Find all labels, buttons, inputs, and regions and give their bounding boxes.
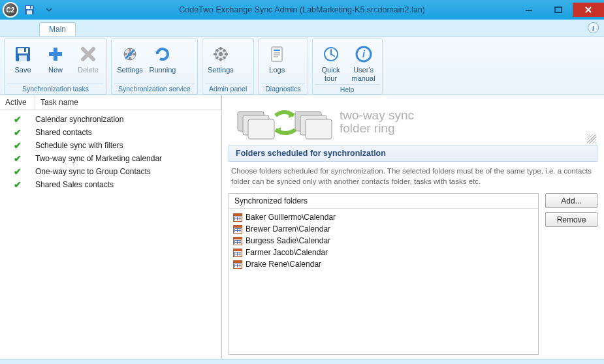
task-row[interactable]: ✔Two-way sync of Marketing calendar [0, 152, 221, 165]
calendar-icon [233, 225, 242, 234]
ribbon-group: SettingsRunningSynchronization service [111, 38, 198, 95]
ribbon-button-label: Delete [78, 66, 99, 74]
task-row[interactable]: ✔Shared contacts [0, 126, 221, 139]
tab-main[interactable]: Main [39, 22, 76, 36]
folder-row[interactable]: Baker Guillermo\Calendar [233, 211, 534, 223]
sync-illustration [235, 102, 333, 142]
resize-grip[interactable] [587, 134, 596, 144]
minimize-button[interactable] [514, 3, 543, 17]
svg-rect-29 [248, 119, 274, 139]
floppy-icon [24, 4, 35, 16]
save-button[interactable]: Save [7, 40, 39, 82]
folder-row[interactable]: Drake Rene\Calendar [233, 258, 534, 270]
task-list: Active Task name ✔Calendar synchronizati… [0, 95, 222, 359]
new-icon [45, 44, 66, 65]
banner-line1: two-way sync [340, 109, 414, 122]
adm-settings-icon [210, 44, 231, 65]
active-check-icon: ✔ [0, 166, 35, 177]
svc-settings-button[interactable]: Settings [114, 40, 146, 82]
task-name: Shared contacts [35, 128, 92, 137]
calendar-icon [233, 260, 242, 269]
svg-rect-7 [18, 48, 28, 53]
task-name: Calendar synchronization [35, 115, 123, 124]
ribbon-group: SaveNewDeleteSynchronization tasks [4, 38, 107, 95]
info-button[interactable]: i [588, 22, 599, 33]
banner-line2: folder ring [340, 122, 414, 135]
svg-rect-17 [272, 47, 282, 61]
task-row[interactable]: ✔Calendar synchronization [0, 113, 221, 126]
section-description: Choose folders scheduled for synchroniza… [229, 162, 597, 193]
logs-icon [266, 44, 287, 65]
folder-path: Baker Guillermo\Calendar [246, 213, 336, 222]
calendar-icon [233, 213, 242, 222]
ribbon-button-label: Settings [117, 66, 143, 74]
svg-rect-3 [30, 6, 31, 8]
svg-point-24 [330, 53, 332, 55]
folder-row[interactable]: Burgess Sadie\Calendar [233, 235, 534, 247]
ribbon-group: LogsDiagnostics [258, 38, 308, 95]
svg-rect-1 [26, 6, 33, 9]
ribbon-button-label: Settings [208, 66, 234, 74]
banner-text: two-way sync folder ring [340, 109, 414, 135]
synchronized-folders-list[interactable]: Synchronized folders Baker Guillermo\Cal… [229, 193, 539, 355]
ribbon-button-label: User's manual [352, 66, 375, 82]
svg-rect-2 [27, 10, 32, 14]
ribbon-group: Quick touriUser's manualHelp [312, 38, 383, 95]
svc-settings-icon [119, 44, 140, 65]
task-name: One-way sync to Group Contacts [35, 167, 151, 176]
ribbon-group: SettingsAdmin panel [202, 38, 254, 95]
ribbon-group-label: Help [315, 84, 379, 95]
delete-button: Delete [72, 40, 104, 82]
active-check-icon: ✔ [0, 140, 35, 151]
folder-path: Burgess Sadie\Calendar [246, 236, 330, 245]
active-check-icon: ✔ [0, 127, 35, 138]
quick-tour-button[interactable]: Quick tour [315, 40, 347, 83]
task-row[interactable]: ✔Shared Sales contacts [0, 178, 221, 191]
qat-save[interactable] [21, 2, 38, 18]
col-active[interactable]: Active [0, 95, 35, 110]
delete-icon [78, 44, 99, 65]
status-bar [0, 359, 604, 364]
window-title: CodeTwo Exchange Sync Admin (LabMarketin… [179, 5, 425, 14]
folder-path: Brewer Darren\Calendar [246, 224, 330, 234]
manual-icon: i [353, 44, 374, 65]
folder-path: Farmer Jacob\Calendar [246, 248, 328, 257]
new-button[interactable]: New [40, 40, 71, 82]
logs-button[interactable]: Logs [261, 40, 293, 82]
folder-row[interactable]: Brewer Darren\Calendar [233, 223, 534, 235]
task-list-header: Active Task name [0, 95, 221, 110]
app-logo: C2 [3, 2, 18, 18]
adm-settings-button[interactable]: Settings [205, 40, 236, 82]
add-button[interactable]: Add... [545, 193, 597, 208]
ribbon-group-label: Synchronization service [114, 83, 195, 94]
calendar-icon [233, 237, 242, 245]
ribbon-button-label: Running [150, 66, 176, 74]
close-button[interactable] [573, 3, 604, 17]
svg-rect-11 [49, 52, 62, 56]
section-title: Folders scheduled for synchronization [229, 145, 597, 162]
svg-rect-8 [19, 55, 27, 61]
svg-rect-9 [24, 48, 26, 52]
manual-button[interactable]: iUser's manual [348, 40, 379, 83]
svg-marker-14 [155, 52, 160, 54]
maximize-button[interactable] [543, 3, 573, 17]
task-row[interactable]: ✔Schedule sync with filters [0, 139, 221, 152]
ribbon-button-label: Save [14, 66, 31, 74]
running-icon [152, 44, 173, 65]
qat-dropdown[interactable] [40, 2, 57, 18]
col-task-name[interactable]: Task name [35, 95, 221, 110]
quick-tour-icon [321, 44, 342, 65]
remove-button[interactable]: Remove [545, 212, 597, 227]
title-bar: C2 CodeTwo Exchange Sync Admin (LabMarke… [0, 0, 604, 20]
save-icon [12, 44, 33, 65]
active-check-icon: ✔ [0, 114, 35, 125]
ribbon-button-label: Logs [269, 66, 285, 74]
folders-list-header: Synchronized folders [229, 194, 538, 209]
ribbon-tab-row: Main i [0, 20, 604, 37]
running-button[interactable]: Running [147, 40, 178, 82]
ribbon-group-label: Admin panel [205, 83, 251, 94]
folder-row[interactable]: Farmer Jacob\Calendar [233, 247, 534, 258]
task-row[interactable]: ✔One-way sync to Group Contacts [0, 165, 221, 178]
svg-rect-4 [526, 10, 532, 11]
details-pane: two-way sync folder ring Folders schedul… [222, 95, 604, 359]
